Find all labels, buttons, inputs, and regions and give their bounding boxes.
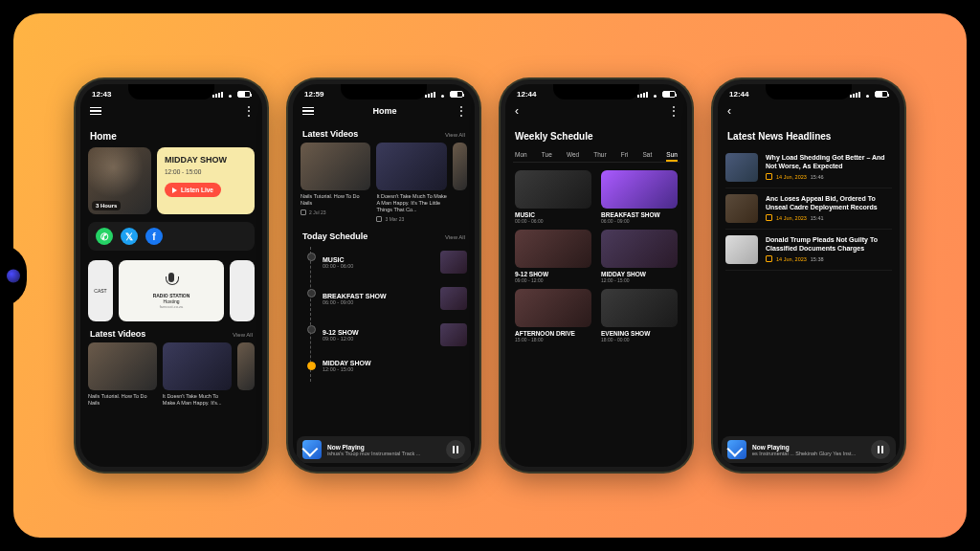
video-card[interactable]: It Doesn't Take Much To Make A Man Happy…	[376, 143, 446, 222]
calendar-icon	[766, 173, 772, 180]
calendar-icon	[766, 255, 772, 262]
wifi-icon	[651, 91, 659, 98]
video-card[interactable]: Nails Tutorial. How To Do Nails	[88, 342, 157, 407]
day-tab[interactable]: Thur	[593, 151, 606, 158]
video-date: 2 Jul 23	[309, 209, 326, 215]
schedule-thumb	[440, 251, 467, 274]
news-time: 15:41	[811, 215, 824, 221]
videos-row[interactable]: Nails Tutorial. How To Do Nails 2 Jul 23…	[301, 143, 467, 222]
more-icon[interactable]: ⋮	[456, 104, 465, 118]
schedule-time: 09:00 - 12:00	[323, 336, 359, 342]
video-card[interactable]: It Doesn't Take Much To Make A Man Happy…	[163, 342, 232, 407]
show-cell[interactable]: 9-12 SHOW09:00 - 12:00	[515, 230, 591, 283]
video-card[interactable]	[237, 342, 255, 407]
show-cell[interactable]: EVENING SHOW18:00 - 00:00	[601, 289, 678, 342]
station-card-right[interactable]	[230, 260, 255, 321]
view-all-link[interactable]: View All	[445, 234, 465, 240]
track-art-icon	[727, 440, 746, 459]
station-card-center[interactable]: RADIO STATION Hosting famcast.co.za	[119, 260, 224, 321]
phone-notch	[128, 84, 214, 99]
news-time: 15:38	[811, 256, 824, 262]
now-playing-bar[interactable]: Now Playing ishua's Troop mov Instrument…	[297, 436, 471, 463]
schedule-item[interactable]: MUSIC00:00 - 06:00	[323, 247, 467, 283]
page-title: Home	[90, 131, 253, 142]
calendar-icon	[301, 209, 306, 215]
listen-live-button[interactable]: Listen Live	[165, 183, 221, 197]
video-thumb	[453, 143, 467, 190]
show-cell[interactable]: AFTERNOON DRIVE15:00 - 18:00	[515, 289, 591, 342]
news-thumb	[725, 235, 758, 264]
schedule-name: BREAKFAST SHOW	[323, 293, 387, 299]
twitter-icon[interactable]: 𝕏	[121, 228, 138, 245]
video-card[interactable]	[453, 143, 467, 222]
today-schedule-header: Today Schedule	[302, 231, 368, 241]
video-title: It Doesn't Take Much To Make A Man Happy…	[376, 193, 446, 213]
more-icon[interactable]: ⋮	[668, 104, 678, 118]
day-tab-selected[interactable]: Sun	[666, 151, 678, 158]
video-title: It Doesn't Take Much To Make A Man Happy…	[163, 393, 232, 407]
schedule-item[interactable]: 9-12 SHOW09:00 - 12:00	[323, 320, 467, 356]
now-playing-label: Now Playing	[752, 444, 865, 451]
hero-image[interactable]: 3 Hours	[88, 147, 151, 214]
show-name: 9-12 SHOW	[515, 271, 591, 277]
show-time: 12:00 - 15:00	[165, 168, 247, 175]
phone-notch	[766, 84, 852, 99]
day-tab[interactable]: Tue	[542, 151, 552, 158]
show-cell[interactable]: BREAKFAST SHOW06:00 - 09:00	[601, 170, 678, 224]
now-playing-bar[interactable]: Now Playing es Instrumental ... Shekinah…	[722, 436, 896, 463]
news-title: Anc Loses Appeal Bid, Ordered To Unseal …	[766, 194, 892, 211]
news-item[interactable]: Anc Loses Appeal Bid, Ordered To Unseal …	[725, 188, 892, 230]
signal-icon	[425, 92, 435, 98]
wifi-icon	[438, 91, 447, 98]
show-cell[interactable]: MIDDAY SHOW12:00 - 15:00	[601, 230, 678, 283]
station-cards[interactable]: CAST RADIO STATION Hosting famcast.co.za	[88, 260, 255, 321]
video-title: Nails Tutorial. How To Do Nails	[88, 393, 157, 407]
pause-button[interactable]	[446, 440, 465, 459]
signal-icon	[850, 92, 860, 98]
duration-badge: 3 Hours	[96, 203, 117, 209]
show-thumb	[601, 230, 678, 268]
day-tab[interactable]: Fri	[621, 151, 629, 158]
show-cell[interactable]: MUSIC00:00 - 06:00	[515, 170, 591, 224]
page-title: Home	[372, 106, 396, 116]
menu-icon[interactable]	[90, 107, 101, 116]
phone-notch	[553, 84, 639, 99]
station-url: famcast.co.za	[160, 304, 184, 309]
menu-icon[interactable]	[302, 107, 314, 116]
video-thumb	[163, 342, 232, 390]
view-all-link[interactable]: View All	[445, 132, 465, 138]
app-topbar: ⋮	[80, 102, 262, 125]
facebook-icon[interactable]: f	[145, 228, 163, 245]
view-all-link[interactable]: View All	[233, 332, 253, 338]
now-playing-track: es Instrumental ... Shekinah Glory Yes I…	[752, 451, 865, 456]
station-card-left[interactable]: CAST	[88, 260, 113, 321]
hero-card: MIDDAY SHOW 12:00 - 15:00 Listen Live	[157, 147, 255, 214]
video-thumb	[237, 342, 255, 390]
videos-row[interactable]: Nails Tutorial. How To Do Nails It Doesn…	[88, 342, 255, 407]
schedule-name: MUSIC	[323, 256, 353, 263]
news-item[interactable]: Why Load Shedding Got Better – And Not W…	[725, 147, 892, 188]
back-icon[interactable]: ‹	[727, 104, 731, 118]
battery-icon	[450, 91, 463, 98]
pause-button[interactable]	[871, 440, 890, 459]
day-tab[interactable]: Wed	[567, 151, 579, 158]
whatsapp-icon[interactable]: ✆	[96, 228, 113, 245]
show-name: MIDDAY SHOW	[165, 155, 247, 165]
schedule-item[interactable]: BREAKFAST SHOW06:00 - 09:00	[323, 283, 467, 320]
news-title: Donald Trump Pleads Not Guilty To Classi…	[766, 235, 892, 253]
status-time: 12:44	[729, 90, 748, 99]
news-thumb	[725, 153, 758, 182]
back-icon[interactable]: ‹	[515, 104, 519, 118]
schedule-item-active[interactable]: MIDDAY SHOW12:00 - 15:00	[323, 356, 467, 382]
more-icon[interactable]: ⋮	[243, 104, 253, 118]
phone-schedule: 12:59 Home ⋮ Latest Videos View All Nail…	[288, 79, 479, 472]
day-tab[interactable]: Sat	[642, 151, 652, 158]
latest-videos-header: Latest Videos	[302, 129, 358, 139]
schedule-time: 00:00 - 06:00	[323, 263, 353, 269]
calendar-icon	[766, 214, 772, 221]
news-item[interactable]: Donald Trump Pleads Not Guilty To Classi…	[725, 230, 892, 271]
status-time: 12:43	[92, 90, 111, 99]
video-card[interactable]: Nails Tutorial. How To Do Nails 2 Jul 23	[301, 143, 370, 222]
show-time: 18:00 - 00:00	[601, 337, 678, 342]
day-tab[interactable]: Mon	[515, 151, 527, 158]
